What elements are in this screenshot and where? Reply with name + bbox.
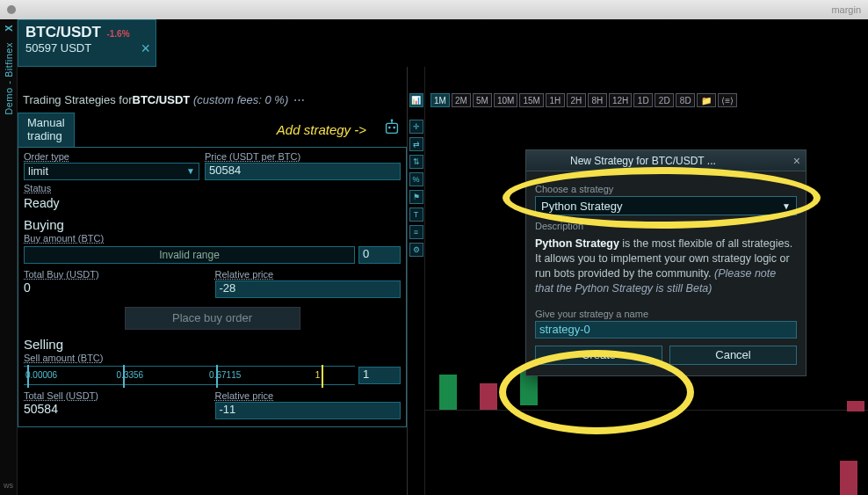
tab-manual-trading[interactable]: Manual trading bbox=[18, 113, 75, 147]
status-label: Status bbox=[24, 183, 51, 193]
window-title: margin bbox=[831, 4, 861, 15]
add-strategy-icon[interactable] bbox=[382, 118, 401, 137]
strategy-name-input[interactable] bbox=[535, 321, 797, 338]
strategy-description: Python Strategy is the most flexible of … bbox=[535, 237, 797, 296]
order-type-select[interactable]: limit ▼ bbox=[24, 163, 199, 180]
tf-5m[interactable]: 5M bbox=[473, 93, 492, 107]
pair-change: -1.6% bbox=[106, 29, 129, 39]
strategies-menu-icon[interactable]: ⋯ bbox=[293, 93, 307, 106]
cancel-button[interactable]: Cancel bbox=[669, 346, 797, 365]
window-titlebar: margin bbox=[0, 0, 868, 19]
svg-rect-0 bbox=[387, 123, 398, 133]
candle bbox=[480, 383, 497, 410]
buy-amount-slider[interactable]: Invalid range bbox=[24, 246, 355, 264]
buying-header: Buying bbox=[24, 217, 401, 232]
pair-close-icon[interactable]: × bbox=[141, 40, 150, 58]
total-sell-value: 50584 bbox=[24, 402, 210, 416]
percent-icon[interactable]: % bbox=[409, 172, 423, 186]
tf-indicator-icon[interactable]: ⟨≡⟩ bbox=[718, 93, 737, 107]
chevron-down-icon: ▼ bbox=[782, 201, 791, 211]
rel-price-sell-input[interactable]: -11 bbox=[215, 402, 401, 419]
app-icon bbox=[7, 5, 16, 14]
selling-header: Selling bbox=[24, 337, 401, 352]
arrows-icon[interactable]: ⇅ bbox=[409, 155, 423, 169]
total-sell-label: Total Sell (USDT) bbox=[24, 390, 210, 401]
tf-2m[interactable]: 2M bbox=[452, 93, 471, 107]
create-button[interactable]: Create bbox=[535, 346, 662, 365]
sell-amount-input[interactable]: 1 bbox=[358, 367, 401, 384]
tf-1d[interactable]: 1D bbox=[633, 93, 653, 107]
rel-price-buy-input[interactable]: -28 bbox=[215, 280, 401, 298]
tf-2d[interactable]: 2D bbox=[655, 93, 674, 107]
buy-amount-label: Buy amount (BTC) bbox=[24, 233, 104, 244]
exchange-label[interactable]: Demo - Bitfinex bbox=[4, 37, 14, 120]
total-buy-value: 0 bbox=[24, 280, 210, 295]
candlestick-icon[interactable]: 📊 bbox=[409, 93, 423, 107]
new-strategy-dialog: New Strategy for BTC/USDT ... × Choose a… bbox=[525, 149, 807, 376]
buy-amount-input[interactable]: 0 bbox=[358, 246, 401, 264]
strategy-name-label: Give your strategy a name bbox=[535, 309, 797, 319]
choose-strategy-label: Choose a strategy bbox=[535, 184, 797, 194]
dialog-title: New Strategy for BTC/USDT ... bbox=[570, 155, 716, 167]
text-icon[interactable]: T bbox=[409, 207, 423, 222]
add-strategy-hint: Add strategy -> bbox=[277, 122, 366, 137]
order-form: Order type limit ▼ Price (USDT per BTC) … bbox=[18, 147, 407, 427]
rel-price-sell-label: Relative price bbox=[215, 390, 401, 401]
left-rail: X Demo - Bitfinex ws bbox=[0, 19, 18, 495]
flag-icon[interactable]: ⚑ bbox=[409, 190, 423, 204]
pair-symbol: BTC/USDT bbox=[25, 24, 101, 40]
strategy-select[interactable]: Python Strategy ▼ bbox=[535, 196, 797, 215]
total-buy-label: Total Buy (USDT) bbox=[24, 269, 210, 280]
rel-price-buy-label: Relative price bbox=[215, 269, 401, 280]
tf-8h[interactable]: 8H bbox=[588, 93, 607, 107]
settings-icon[interactable]: ⚙ bbox=[409, 243, 423, 257]
dialog-titlebar[interactable]: New Strategy for BTC/USDT ... × bbox=[526, 150, 806, 171]
status-value: Ready bbox=[24, 196, 401, 210]
description-label: Description bbox=[535, 221, 797, 231]
tf-12h[interactable]: 12H bbox=[609, 93, 632, 107]
pair-tab[interactable]: BTC/USDT -1.6% 50597 USDT × bbox=[18, 19, 156, 67]
candle bbox=[439, 375, 457, 410]
pair-price: 50597 USDT bbox=[25, 41, 148, 55]
price-label: Price (USDT per BTC) bbox=[205, 151, 401, 162]
chevron-down-icon: ▼ bbox=[186, 166, 195, 176]
svg-point-4 bbox=[391, 119, 394, 121]
svg-point-1 bbox=[388, 127, 391, 129]
horiz-line-icon[interactable]: ⇄ bbox=[409, 137, 423, 151]
tf-folder-icon[interactable]: 📁 bbox=[697, 93, 716, 107]
svg-point-2 bbox=[393, 127, 395, 129]
tf-2h[interactable]: 2H bbox=[567, 93, 586, 107]
candle bbox=[840, 461, 857, 495]
sell-amount-slider[interactable]: 0.00006 0.3356 0.67115 1 bbox=[24, 366, 355, 385]
tf-1m[interactable]: 1M bbox=[430, 93, 450, 107]
place-buy-button[interactable]: Place buy order bbox=[125, 307, 300, 330]
chart-toolbar: 📊 ✛ ⇄ ⇅ % ⚑ T ≡ ⚙ bbox=[408, 67, 425, 495]
tf-15m[interactable]: 15M bbox=[519, 93, 543, 107]
tf-1h[interactable]: 1H bbox=[546, 93, 565, 107]
fees-label: (custom fees: 0 %) bbox=[193, 93, 288, 106]
candle bbox=[847, 401, 864, 411]
strategies-header: Trading Strategies for BTC/USDT (custom … bbox=[18, 90, 407, 109]
price-input[interactable]: 50584 bbox=[205, 163, 401, 180]
layers-icon[interactable]: ≡ bbox=[409, 225, 423, 239]
timeframe-row: 1M 2M 5M 10M 15M 1H 2H 8H 12H 1D 2D 8D 📁… bbox=[425, 67, 868, 107]
ws-indicator: ws bbox=[4, 481, 13, 490]
order-type-label: Order type bbox=[24, 151, 199, 162]
crosshair-icon[interactable]: ✛ bbox=[409, 120, 423, 134]
tf-8d[interactable]: 8D bbox=[676, 93, 695, 107]
sell-amount-label: Sell amount (BTC) bbox=[24, 353, 103, 363]
tf-10m[interactable]: 10M bbox=[494, 93, 517, 107]
rail-close-icon[interactable]: X bbox=[4, 19, 14, 37]
strategies-pair: BTC/USDT bbox=[133, 93, 191, 106]
dialog-close-icon[interactable]: × bbox=[793, 154, 800, 168]
